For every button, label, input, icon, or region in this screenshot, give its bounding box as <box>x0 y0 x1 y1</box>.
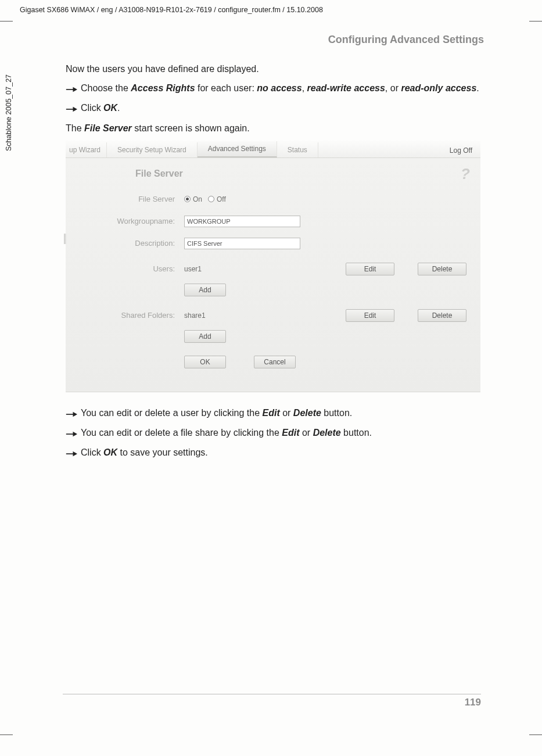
bullet: You can edit or delete a file share by c… <box>66 426 484 441</box>
edit-user-button[interactable]: Edit <box>346 263 394 275</box>
svg-marker-7 <box>73 432 78 436</box>
tabs-row: up Wizard Security Setup Wizard Advanced… <box>66 141 480 158</box>
workgroup-input[interactable] <box>184 216 300 227</box>
row-users: Users: user1 Edit Delete <box>80 261 466 277</box>
label-file-server: File Server <box>80 195 184 203</box>
arrow-icon <box>66 406 81 421</box>
radio-group: On Off <box>184 195 466 203</box>
svg-marker-1 <box>73 87 78 92</box>
arrow-icon <box>66 446 81 461</box>
radio-icon <box>184 196 191 202</box>
add-share-button[interactable]: Add <box>184 330 226 343</box>
row-shared-add: Add <box>80 329 466 344</box>
arrow-icon <box>66 426 81 441</box>
bullet: Click OK to save your settings. <box>66 446 484 461</box>
add-user-button[interactable]: Add <box>184 284 226 296</box>
label-users: Users: <box>80 264 184 273</box>
delete-share-button[interactable]: Delete <box>418 309 466 322</box>
footer-rule <box>63 694 481 694</box>
row-users-add: Add <box>80 282 466 298</box>
share-name: share1 <box>184 311 340 320</box>
section-title: Configuring Advanced Settings <box>66 34 484 46</box>
cancel-button[interactable]: Cancel <box>254 356 296 368</box>
template-label: Schablone 2005_07_27 <box>5 74 13 151</box>
crop-mark <box>529 21 542 22</box>
help-icon[interactable]: ? <box>461 165 470 183</box>
user-name: user1 <box>184 265 340 273</box>
bullet-text: Click OK to save your settings. <box>81 446 484 461</box>
panel-title: File Server <box>135 169 466 179</box>
crop-mark <box>0 21 13 22</box>
radio-off[interactable]: Off <box>208 195 226 203</box>
crop-mark <box>0 734 13 735</box>
row-workgroup: Workgroupname: <box>80 214 466 229</box>
row-shared: Shared Folders: share1 Edit Delete <box>80 308 466 323</box>
margin-tick <box>64 234 66 244</box>
bullet-text: Click OK. <box>81 101 484 116</box>
bullet-text: You can edit or delete a file share by c… <box>81 426 484 441</box>
tab-security-wizard[interactable]: Security Setup Wizard <box>107 142 198 157</box>
bullet-text: You can edit or delete a user by clickin… <box>81 406 484 421</box>
delete-user-button[interactable]: Delete <box>418 263 466 275</box>
svg-marker-9 <box>73 452 78 456</box>
description-input[interactable] <box>184 238 300 249</box>
bullet: You can edit or delete a user by clickin… <box>66 406 484 421</box>
body-text: You can edit or delete a user by clickin… <box>66 406 484 461</box>
paragraph: Now the users you have defined are displ… <box>66 62 484 76</box>
ok-button[interactable]: OK <box>184 356 226 368</box>
router-ui-screenshot: up Wizard Security Setup Wizard Advanced… <box>66 141 480 392</box>
arrow-icon <box>66 101 81 116</box>
body-text: Now the users you have defined are displ… <box>66 62 484 135</box>
header-path: Gigaset SX686 WiMAX / eng / A31008-N919-… <box>20 6 323 14</box>
bullet: Choose the Access Rights for each user: … <box>66 81 484 96</box>
label-workgroup: Workgroupname: <box>80 217 184 225</box>
tab-status[interactable]: Status <box>277 142 318 157</box>
bullet-text: Choose the Access Rights for each user: … <box>81 81 484 96</box>
paragraph: The File Server start screen is shown ag… <box>66 121 484 135</box>
row-description: Description: <box>80 236 466 251</box>
crop-mark <box>529 734 542 735</box>
panel: ? File Server File Server On Off Workgro… <box>66 158 480 392</box>
row-file-server: File Server On Off <box>80 192 466 207</box>
edit-share-button[interactable]: Edit <box>346 309 394 322</box>
svg-marker-5 <box>73 412 78 417</box>
page-content: Configuring Advanced Settings Now the us… <box>66 34 484 465</box>
logoff-link[interactable]: Log Off <box>450 144 480 157</box>
label-description: Description: <box>80 239 184 248</box>
tab-advanced-settings[interactable]: Advanced Settings <box>198 141 277 157</box>
radio-icon <box>208 196 214 202</box>
tab-setup-wizard[interactable]: up Wizard <box>66 142 107 157</box>
radio-on[interactable]: On <box>184 195 202 203</box>
label-shared: Shared Folders: <box>80 311 184 320</box>
row-actions: OK Cancel <box>80 354 466 370</box>
svg-marker-3 <box>73 107 78 112</box>
page-number: 119 <box>465 697 481 708</box>
bullet: Click OK. <box>66 101 484 116</box>
arrow-icon <box>66 81 81 96</box>
